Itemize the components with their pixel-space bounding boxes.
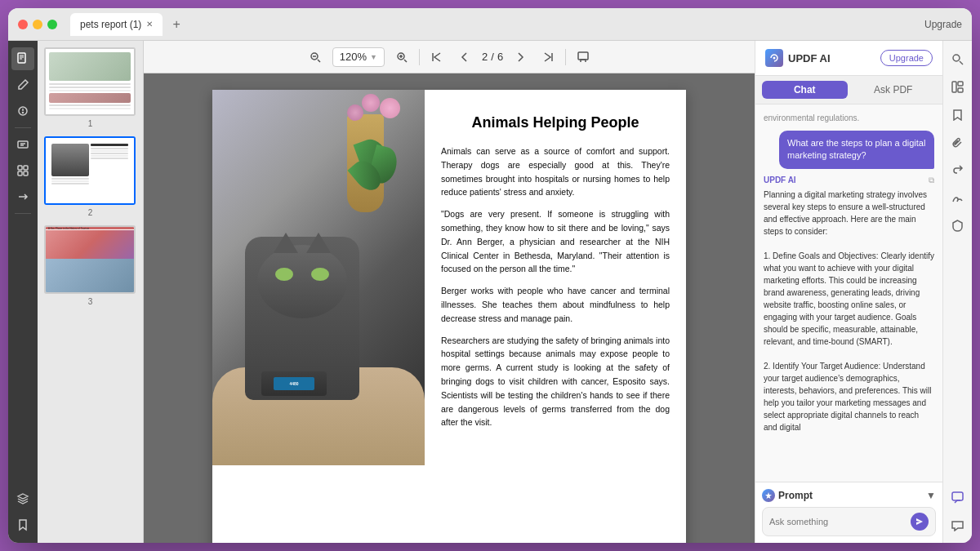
prompt-area: Prompt ▼ <box>755 482 942 543</box>
form-tool-icon[interactable] <box>11 133 34 156</box>
cat-head <box>257 245 347 318</box>
thumbnail-3-inner: A Key Phase in the History of Tourism <box>46 227 134 292</box>
ai-upgrade-button[interactable]: Upgrade <box>880 50 933 66</box>
cat-eye-right <box>311 268 329 281</box>
tab-chat-label: Chat <box>794 84 816 96</box>
current-page: 2 <box>482 51 488 63</box>
search-edge-icon[interactable] <box>947 47 969 70</box>
ai-logo-text: UPDF AI <box>788 52 831 64</box>
bookmark-tool-icon[interactable] <box>11 513 34 536</box>
svg-rect-7 <box>18 141 28 148</box>
organize-tool-icon[interactable] <box>11 159 34 182</box>
pdf-area: 120% ▼ 2 / 6 <box>144 41 755 543</box>
thumbnail-2-inner <box>46 138 134 203</box>
prev-page-button[interactable] <box>454 48 475 66</box>
send-button[interactable] <box>911 513 929 531</box>
svg-rect-23 <box>578 52 588 60</box>
flower-3 <box>347 104 363 121</box>
tools-sidebar <box>8 41 38 543</box>
copy-icon[interactable]: ⧉ <box>929 176 934 185</box>
ai-header: UPDF AI Upgrade <box>755 41 942 76</box>
tab-ask-pdf-label: Ask PDF <box>874 84 912 96</box>
thumbnail-page-2[interactable] <box>44 136 136 205</box>
attachment-edge-icon[interactable] <box>947 131 969 153</box>
annotate-tool-icon[interactable] <box>11 100 34 122</box>
thumbnail-page-3[interactable]: A Key Phase in the History of Tourism <box>44 225 136 294</box>
pdf-paragraph-2: "Dogs are very present. If someone is st… <box>441 207 670 276</box>
tool-divider-2 <box>15 213 31 214</box>
protect-edge-icon[interactable] <box>947 214 969 237</box>
ai-response-text: Planning a digital marketing strategy in… <box>764 189 934 433</box>
ai-tabs: Chat Ask PDF <box>755 76 942 104</box>
cat-eye-left <box>275 268 293 281</box>
thumbnail-page-1[interactable] <box>44 47 136 116</box>
minimize-button[interactable] <box>33 20 42 29</box>
ai-messages[interactable]: environmental regulations. What are the … <box>755 104 942 482</box>
svg-rect-0 <box>18 53 25 63</box>
zoom-out-button[interactable] <box>305 48 326 66</box>
prompt-label: Prompt <box>778 490 813 501</box>
pdf-paragraph-3: Berger works with people who have cancer… <box>441 284 670 325</box>
prompt-input[interactable] <box>769 517 906 527</box>
ai-panel: UPDF AI Upgrade Chat Ask PDF environment… <box>755 41 942 543</box>
ai-chat-edge-icon[interactable] <box>947 486 969 509</box>
new-tab-button[interactable]: + <box>172 17 180 32</box>
pdf-page: 4480 Animals Helping People Animals can … <box>212 90 686 543</box>
svg-rect-12 <box>18 171 22 176</box>
document-tool-icon[interactable] <box>11 47 34 70</box>
sign-edge-icon[interactable] <box>947 186 969 209</box>
page-separator: / <box>491 51 494 63</box>
svg-rect-27 <box>952 82 956 92</box>
prompt-label-row: Prompt <box>762 489 813 502</box>
document-tab[interactable]: pets report (1) ✕ <box>70 13 163 36</box>
thumbnail-group-2: 2 <box>44 136 136 217</box>
pdf-paragraph-1: Animals can serve as a source of comfort… <box>441 144 670 199</box>
prompt-icon <box>762 489 775 502</box>
svg-line-16 <box>318 60 320 62</box>
svg-rect-11 <box>24 166 28 170</box>
close-button[interactable] <box>18 20 28 29</box>
next-page-button[interactable] <box>510 48 531 66</box>
flower-1 <box>380 98 400 118</box>
pdf-paragraph-4: Researchers are studying the safety of b… <box>441 334 670 430</box>
thumbnail-panel: 1 <box>38 41 144 543</box>
prompt-chevron-icon[interactable]: ▼ <box>926 490 936 501</box>
edit-tool-icon[interactable] <box>11 73 34 96</box>
user-message: What are the steps to plan a digital mar… <box>779 131 934 169</box>
tab-chat[interactable]: Chat <box>762 81 848 99</box>
device-screen-text: 4480 <box>289 381 298 386</box>
zoom-display[interactable]: 120% ▼ <box>332 47 385 67</box>
maximize-button[interactable] <box>47 20 57 29</box>
ai-response-label: UPDF AI <box>764 176 796 184</box>
device-on-table: 4480 <box>261 371 327 396</box>
zoom-chevron-icon: ▼ <box>370 53 377 61</box>
svg-point-24 <box>773 57 776 60</box>
thumbnail-group-1: 1 <box>44 47 136 128</box>
page-navigation: 2 / 6 <box>482 51 503 63</box>
first-page-button[interactable] <box>426 48 448 66</box>
updf-logo-icon <box>765 49 783 67</box>
svg-point-25 <box>953 55 960 61</box>
last-page-button[interactable] <box>537 48 559 66</box>
zoom-in-button[interactable] <box>391 48 412 66</box>
right-edge-icons <box>942 41 972 543</box>
layers-tool-icon[interactable] <box>11 487 34 510</box>
share-edge-icon[interactable] <box>947 158 969 181</box>
cat-ear-left <box>274 233 298 253</box>
svg-point-6 <box>23 113 24 113</box>
convert-tool-icon[interactable] <box>11 185 34 208</box>
tab-ask-pdf[interactable]: Ask PDF <box>851 81 937 99</box>
message-edge-icon[interactable] <box>947 513 969 536</box>
upgrade-link[interactable]: Upgrade <box>924 19 962 30</box>
layout-edge-icon[interactable] <box>947 75 969 98</box>
svg-rect-10 <box>18 166 22 170</box>
title-bar: pets report (1) ✕ + Upgrade <box>8 8 972 41</box>
comment-button[interactable] <box>572 48 594 66</box>
tab-title: pets report (1) <box>80 19 141 30</box>
thumbnail-label-1: 1 <box>44 119 136 128</box>
ai-response-container: UPDF AI ⧉ Planning a digital marketing s… <box>764 176 934 433</box>
tab-close-icon[interactable]: ✕ <box>146 20 153 29</box>
pdf-content[interactable]: 4480 Animals Helping People Animals can … <box>144 73 755 543</box>
bookmark-edge-icon[interactable] <box>947 103 969 126</box>
svg-rect-30 <box>952 492 963 500</box>
